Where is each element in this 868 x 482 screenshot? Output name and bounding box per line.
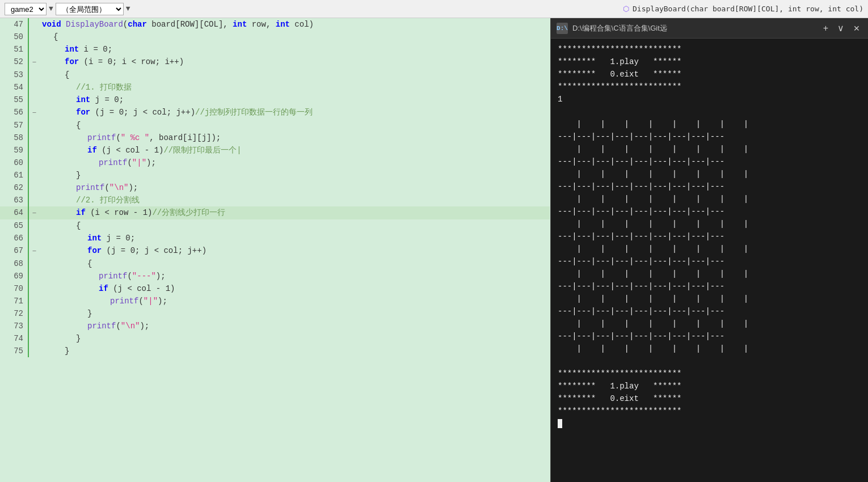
line-number: 61 <box>0 169 28 181</box>
table-row: 57{ <box>0 119 550 132</box>
code-token: //限制打印最后一个| <box>163 146 241 155</box>
line-gutter <box>28 18 40 31</box>
line-number: 54 <box>0 81 28 94</box>
code-token: printf <box>110 297 138 306</box>
code-token: int <box>76 95 90 104</box>
func-icon: ⬡ <box>623 5 629 14</box>
fold-icon[interactable]: — <box>32 210 36 216</box>
line-number: 56 <box>0 106 28 119</box>
line-gutter <box>28 194 40 206</box>
fold-icon[interactable]: — <box>32 109 36 116</box>
line-code: for (j = 0; j < col; j++) <box>40 244 550 257</box>
line-code: } <box>40 169 550 181</box>
code-token: //j控制列打印数据一行的每一列 <box>195 108 313 117</box>
code-token: for <box>87 246 102 255</box>
table-row: 62printf("\n"); <box>0 181 550 194</box>
table-row: 72} <box>0 307 550 320</box>
code-token: , board[i][j]); <box>149 133 221 142</box>
table-row: 66int j = 0; <box>0 232 550 244</box>
line-code: printf("\n"); <box>40 181 550 194</box>
line-gutter <box>28 219 40 232</box>
terminal-title: D:\编程合集\C语言合集\Git远 <box>572 23 816 33</box>
terminal-close-button[interactable]: ✕ <box>851 23 862 34</box>
code-token: ); <box>140 322 149 331</box>
line-gutter <box>28 257 40 270</box>
table-row: 47void DisplayBoard(char board[ROW][COL]… <box>0 18 550 31</box>
line-number: 63 <box>0 194 28 206</box>
table-row: 74} <box>0 332 550 345</box>
code-token: "|" <box>144 297 158 306</box>
code-token: int <box>87 234 102 243</box>
line-code: } <box>40 307 550 320</box>
code-token: } <box>76 171 81 180</box>
code-token: (j < col - 1) <box>108 284 175 293</box>
code-token: ( <box>127 272 132 281</box>
code-token: for <box>65 57 79 66</box>
line-number: 60 <box>0 157 28 169</box>
table-row: 55int j = 0; <box>0 94 550 106</box>
code-token: } <box>87 309 92 318</box>
line-gutter <box>28 69 40 81</box>
line-gutter[interactable]: — <box>28 56 40 69</box>
code-token: j = 0; <box>90 95 124 104</box>
line-gutter <box>28 81 40 94</box>
code-token: (i < row - 1) <box>86 208 153 217</box>
line-gutter <box>28 43 40 56</box>
fold-icon[interactable]: — <box>32 248 36 254</box>
line-gutter <box>28 345 40 357</box>
line-gutter <box>28 31 40 43</box>
code-token: (i = 0; i < row; i++) <box>79 57 184 66</box>
code-token: (j < col - 1) <box>97 146 164 155</box>
code-token: row, <box>247 20 275 29</box>
top-bar-left: game2 ▼ （全局范围） ▼ <box>5 3 618 15</box>
line-code: printf("\n"); <box>40 320 550 332</box>
terminal-new-tab-button[interactable]: + <box>821 22 831 35</box>
code-editor[interactable]: 47void DisplayBoard(char board[ROW][COL]… <box>0 18 550 482</box>
line-code: if (i < row - 1)//分割线少打印一行 <box>40 206 550 219</box>
file-select[interactable]: game2 <box>5 3 47 15</box>
line-code: //2. 打印分割线 <box>40 194 550 206</box>
code-token: col) <box>290 20 314 29</box>
line-number: 74 <box>0 332 28 345</box>
line-gutter <box>28 94 40 106</box>
line-gutter <box>28 132 40 144</box>
code-token: { <box>65 70 69 79</box>
table-row: 61} <box>0 169 550 181</box>
line-code: if (j < col - 1)//限制打印最后一个| <box>40 144 550 157</box>
code-token: for <box>76 108 90 117</box>
line-code: } <box>40 345 550 357</box>
table-row: 69printf("---"); <box>0 270 550 282</box>
code-token: { <box>53 32 58 41</box>
table-row: 67—for (j = 0; j < col; j++) <box>0 244 550 257</box>
scope-select[interactable]: （全局范围） <box>56 3 124 15</box>
code-token: "---" <box>132 272 156 281</box>
line-code: for (i = 0; i < row; i++) <box>40 56 550 69</box>
table-row: 73printf("\n"); <box>0 320 550 332</box>
table-row: 54//1. 打印数据 <box>0 81 550 94</box>
line-number: 58 <box>0 132 28 144</box>
line-number: 68 <box>0 257 28 270</box>
code-token: ); <box>156 272 166 281</box>
line-gutter[interactable]: — <box>28 206 40 219</box>
code-token: ( <box>127 158 132 167</box>
line-gutter <box>28 295 40 307</box>
top-bar: game2 ▼ （全局范围） ▼ ⬡ DisplayBoard(char boa… <box>0 0 868 18</box>
line-gutter[interactable]: — <box>28 106 40 119</box>
line-number: 57 <box>0 119 28 132</box>
code-token: printf <box>87 322 116 331</box>
code-token: "\n" <box>109 183 129 192</box>
table-row: 68{ <box>0 257 550 270</box>
line-gutter[interactable]: — <box>28 244 40 257</box>
table-row: 70if (j < col - 1) <box>0 282 550 295</box>
code-token: j = 0; <box>102 234 135 243</box>
table-row: 63//2. 打印分割线 <box>0 194 550 206</box>
table-row: 59if (j < col - 1)//限制打印最后一个| <box>0 144 550 157</box>
code-token: DisplayBoard <box>66 20 123 29</box>
table-row: 58printf(" %c ", board[i][j]); <box>0 132 550 144</box>
terminal-dropdown-button[interactable]: ∨ <box>835 22 846 35</box>
terminal-cursor <box>558 419 562 428</box>
code-token: (j = 0; j < col; j++) <box>102 246 207 255</box>
fold-icon[interactable]: — <box>32 59 36 65</box>
code-token: ( <box>116 322 120 331</box>
line-number: 70 <box>0 282 28 295</box>
